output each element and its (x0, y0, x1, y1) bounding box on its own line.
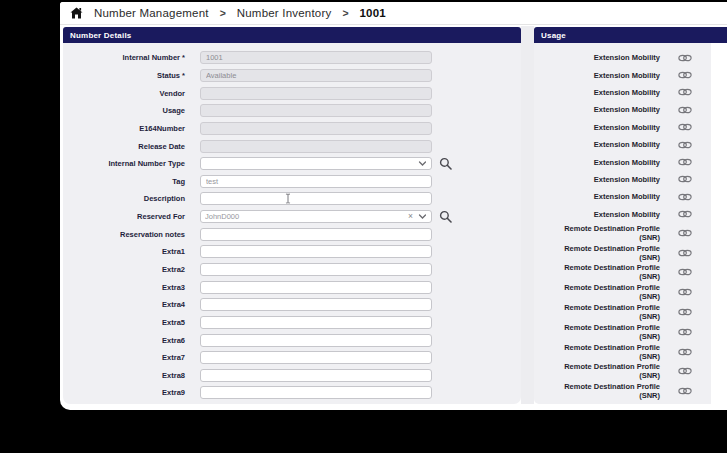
link-icon[interactable] (678, 71, 692, 79)
link-icon[interactable] (678, 141, 692, 149)
usage-row: Extension Mobility (534, 84, 711, 101)
internal-number-field (200, 51, 432, 64)
app-window: Number Management>Number Inventory>1001 … (60, 2, 727, 410)
form-row: Internal Number * (63, 49, 521, 67)
breadcrumb-item[interactable]: 1001 (360, 7, 386, 19)
usage-row: Extension Mobility (534, 49, 711, 66)
usage-row: Extension Mobility (534, 101, 711, 118)
field-label: Description (63, 194, 185, 203)
form-row: E164Number (63, 120, 521, 138)
link-icon[interactable] (678, 308, 692, 316)
form-row: Status * (63, 67, 521, 85)
field-label: Internal Number * (63, 53, 185, 62)
field-label: Usage (63, 106, 185, 115)
usage-row-label: Remote Destination Profile (SNR) (542, 283, 660, 301)
field-label: Extra1 (63, 247, 185, 256)
link-icon[interactable] (678, 158, 692, 166)
status-field (200, 69, 432, 82)
usage-row: Remote Destination Profile (SNR) (534, 263, 711, 283)
breadcrumb-item[interactable]: Number Inventory (237, 7, 332, 19)
usage-row-label: Remote Destination Profile (SNR) (542, 244, 660, 262)
extra6-field[interactable] (200, 334, 432, 347)
link-icon[interactable] (678, 123, 692, 131)
form-row: Extra4 (63, 296, 521, 314)
usage-row: Extension Mobility (534, 153, 711, 170)
number-details-panel: Internal Number *Status *VendorUsageE164… (63, 43, 521, 404)
extra9-field[interactable] (200, 386, 432, 399)
reserved-for-value: JohnD000 (205, 212, 406, 221)
usage-title: Usage (541, 31, 566, 40)
search-icon[interactable] (439, 157, 452, 170)
usage-row: Remote Destination Profile (SNR) (534, 342, 711, 362)
extra5-field[interactable] (200, 316, 432, 329)
form-row: Internal Number Type (63, 155, 521, 173)
extra3-field[interactable] (200, 281, 432, 294)
breadcrumb-item[interactable]: Number Management (94, 7, 209, 19)
usage-row: Extension Mobility (534, 206, 711, 223)
link-icon[interactable] (678, 348, 692, 356)
internal-number-type-dropdown[interactable] (200, 157, 432, 170)
chevron-down-icon[interactable] (418, 159, 427, 168)
usage-row-label: Remote Destination Profile (SNR) (542, 263, 660, 281)
form-row: Reserved ForJohnD000× (63, 208, 521, 226)
number-details-panel-header: Number Details (63, 27, 521, 43)
reservation-notes-field[interactable] (200, 228, 432, 241)
field-label: Internal Number Type (63, 159, 185, 168)
usage-row: Extension Mobility (534, 136, 711, 153)
usage-row-label: Extension Mobility (542, 158, 660, 167)
link-icon[interactable] (678, 268, 692, 276)
link-icon[interactable] (678, 175, 692, 183)
link-icon[interactable] (678, 193, 692, 201)
field-label: Extra6 (63, 336, 185, 345)
form-row: Vendor (63, 84, 521, 102)
form-row: Extra9 (63, 384, 521, 402)
link-icon[interactable] (678, 106, 692, 114)
extra4-field[interactable] (200, 298, 432, 311)
clear-x-icon[interactable]: × (406, 212, 415, 221)
extra8-field[interactable] (200, 369, 432, 382)
link-icon[interactable] (678, 249, 692, 257)
home-icon[interactable] (70, 7, 83, 19)
field-label: Reserved For (63, 212, 185, 221)
usage-row-label: Extension Mobility (542, 88, 660, 97)
form-row: Release Date (63, 137, 521, 155)
usage-row: Remote Destination Profile (SNR) (534, 302, 711, 322)
usage-row-label: Remote Destination Profile (SNR) (542, 382, 660, 400)
field-label: Vendor (63, 89, 185, 98)
reserved-for-dropdown[interactable]: JohnD000× (200, 210, 432, 223)
link-icon[interactable] (678, 288, 692, 296)
usage-row-label: Extension Mobility (542, 71, 660, 80)
link-icon[interactable] (678, 210, 692, 218)
chevron-down-icon[interactable] (418, 212, 427, 221)
extra7-field[interactable] (200, 351, 432, 364)
vendor-field (200, 87, 432, 100)
field-label: Extra4 (63, 300, 185, 309)
panel-gutter (521, 26, 534, 404)
usage-row-label: Extension Mobility (542, 175, 660, 184)
usage-row-label: Extension Mobility (542, 123, 660, 132)
usage-row-label: Remote Destination Profile (SNR) (542, 362, 660, 380)
tag-field[interactable] (200, 175, 432, 188)
link-icon[interactable] (678, 229, 692, 237)
form-row: Extra6 (63, 331, 521, 349)
link-icon[interactable] (678, 328, 692, 336)
description-field[interactable] (200, 192, 432, 205)
link-icon[interactable] (678, 88, 692, 96)
form-row: Description (63, 190, 521, 208)
extra2-field[interactable] (200, 263, 432, 276)
usage-row: Remote Destination Profile (SNR) (534, 282, 711, 302)
link-icon[interactable] (678, 367, 692, 375)
usage-row-label: Extension Mobility (542, 53, 660, 62)
link-icon[interactable] (678, 54, 692, 62)
usage-panel: Extension MobilityExtension MobilityExte… (534, 43, 711, 404)
search-icon[interactable] (439, 210, 452, 223)
number-details-title: Number Details (70, 31, 131, 40)
usage-row-label: Remote Destination Profile (SNR) (542, 343, 660, 361)
link-icon[interactable] (678, 387, 692, 395)
usage-row-label: Extension Mobility (542, 105, 660, 114)
breadcrumb-separator: > (342, 7, 348, 19)
field-label: Extra3 (63, 283, 185, 292)
usage-row: Remote Destination Profile (SNR) (534, 381, 711, 401)
extra1-field[interactable] (200, 245, 432, 258)
form-row: Tag (63, 172, 521, 190)
